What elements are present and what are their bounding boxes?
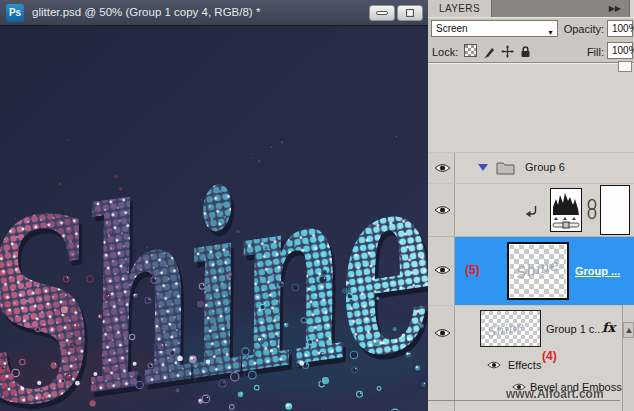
photoshop-workspace: Ps glitter.psd @ 50% (Group 1 copy 4, RG… xyxy=(0,0,634,411)
layer-thumbnail[interactable]: Shine xyxy=(480,310,541,347)
layers-controls: Screen ▼ Opacity: 100% Lock: Fill: 100% xyxy=(428,17,634,63)
layers-panel: LAYERS ▶▶ Screen ▼ Opacity: 100% Lock: xyxy=(428,0,634,411)
eye-icon[interactable] xyxy=(434,264,451,276)
svg-text:Shine: Shine xyxy=(513,256,560,283)
eye-icon[interactable] xyxy=(434,162,451,174)
blend-mode-select[interactable]: Screen ▼ xyxy=(431,20,558,37)
tab-layers[interactable]: LAYERS xyxy=(428,0,492,17)
lock-pixels-icon[interactable] xyxy=(483,44,496,57)
panel-frame-fragment xyxy=(629,0,634,17)
blend-mode-value: Screen xyxy=(436,23,468,34)
layer-name: Group 1 c... xyxy=(546,323,603,335)
layer-name: Group 6 xyxy=(525,161,565,173)
lock-position-icon[interactable] xyxy=(501,44,514,57)
eye-icon[interactable] xyxy=(434,204,451,216)
layers-list: Group 6 xyxy=(428,63,634,411)
fill-label: Fill: xyxy=(558,46,604,58)
effects-label: Effects xyxy=(508,359,541,371)
glitter-artwork: Shine xyxy=(0,26,428,411)
layer-mask-thumbnail[interactable] xyxy=(600,185,630,235)
scrollbar-top-fragment xyxy=(618,61,632,72)
photoshop-app-icon: Ps xyxy=(6,4,24,22)
layer-row-group1-copy[interactable]: Shine Group 1 c... fx xyxy=(428,305,634,348)
link-icon[interactable] xyxy=(586,198,598,220)
layer-name-editing[interactable]: Group ... xyxy=(575,265,620,277)
group-expander-icon[interactable] xyxy=(478,164,488,171)
eye-icon[interactable] xyxy=(434,327,451,339)
layer-thumbnail[interactable]: Shine xyxy=(507,242,569,300)
watermark: www.Alfoart.com xyxy=(506,387,604,401)
lock-transparency-icon[interactable] xyxy=(464,44,477,57)
document-window: Ps glitter.psd @ 50% (Group 1 copy 4, RG… xyxy=(0,0,428,411)
levels-thumbnail[interactable] xyxy=(550,188,582,232)
layer-row-selected[interactable]: (5) Shine Group ... xyxy=(428,236,634,305)
effects-row[interactable]: Effects xyxy=(428,356,634,377)
svg-text:Shine: Shine xyxy=(485,319,526,341)
layer-row-group6[interactable]: Group 6 xyxy=(428,152,634,183)
minimize-icon xyxy=(376,11,388,15)
document-title: glitter.psd @ 50% (Group 1 copy 4, RGB/8… xyxy=(32,6,260,18)
layers-scrollbar[interactable] xyxy=(622,305,634,411)
fill-input[interactable]: 100% xyxy=(607,42,633,59)
layer-row-adjustment[interactable] xyxy=(428,183,634,236)
opacity-input[interactable]: 100% xyxy=(607,20,633,37)
panel-tab-bar: LAYERS ▶▶ xyxy=(428,0,634,17)
scrollbar-up-icon[interactable] xyxy=(623,322,634,338)
canvas[interactable]: Shine xyxy=(0,26,428,411)
eye-icon[interactable] xyxy=(487,360,501,370)
fx-icon[interactable]: fx xyxy=(602,320,615,335)
chevron-down-icon: ▼ xyxy=(547,25,554,40)
maximize-icon xyxy=(406,9,414,17)
collapse-panel-icon[interactable]: ▶▶ xyxy=(609,4,621,13)
clipping-mask-icon xyxy=(524,204,539,219)
lock-label: Lock: xyxy=(432,46,458,58)
lock-all-icon[interactable] xyxy=(519,44,532,57)
maximize-button[interactable] xyxy=(397,5,423,21)
document-titlebar[interactable]: Ps glitter.psd @ 50% (Group 1 copy 4, RG… xyxy=(0,0,428,26)
folder-icon xyxy=(496,160,515,175)
opacity-label: Opacity: xyxy=(558,23,604,35)
tutorial-annotation-5: (5) xyxy=(465,263,480,277)
minimize-button[interactable] xyxy=(369,5,395,21)
